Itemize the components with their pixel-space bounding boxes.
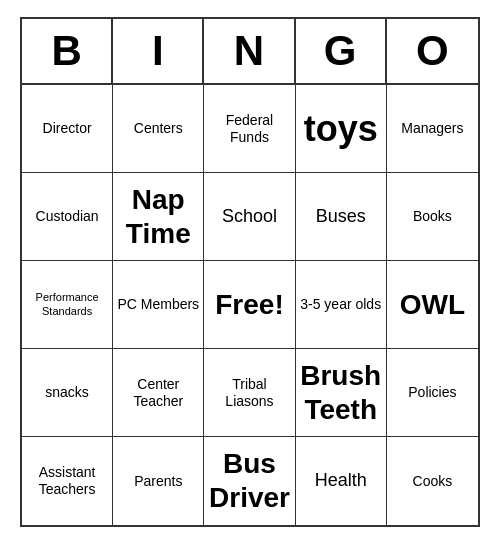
bingo-cell: Health	[296, 437, 387, 525]
cell-text: Buses	[316, 206, 366, 228]
bingo-cell: Free!	[204, 261, 295, 349]
bingo-cell: Performance Standards	[22, 261, 113, 349]
bingo-cell: Brush Teeth	[296, 349, 387, 437]
bingo-header: BINGO	[22, 19, 478, 85]
cell-text: Free!	[215, 288, 283, 322]
cell-text: Bus Driver	[208, 447, 290, 514]
bingo-cell: PC Members	[113, 261, 204, 349]
cell-text: PC Members	[117, 296, 199, 313]
cell-text: Parents	[134, 473, 182, 490]
bingo-cell: OWL	[387, 261, 478, 349]
bingo-cell: Parents	[113, 437, 204, 525]
cell-text: snacks	[45, 384, 89, 401]
bingo-cell: Cooks	[387, 437, 478, 525]
cell-text: Assistant Teachers	[26, 464, 108, 498]
header-letter: N	[204, 19, 295, 83]
cell-text: Tribal Liasons	[208, 376, 290, 410]
cell-text: Cooks	[413, 473, 453, 490]
cell-text: Brush Teeth	[300, 359, 382, 426]
cell-text: Books	[413, 208, 452, 225]
cell-text: toys	[304, 107, 378, 150]
bingo-card: BINGO DirectorCentersFederal FundstoysMa…	[20, 17, 480, 527]
bingo-cell: Policies	[387, 349, 478, 437]
bingo-grid: DirectorCentersFederal FundstoysManagers…	[22, 85, 478, 525]
bingo-cell: Custodian	[22, 173, 113, 261]
bingo-cell: 3-5 year olds	[296, 261, 387, 349]
cell-text: Federal Funds	[208, 112, 290, 146]
bingo-cell: Assistant Teachers	[22, 437, 113, 525]
cell-text: Policies	[408, 384, 456, 401]
bingo-cell: Books	[387, 173, 478, 261]
bingo-cell: School	[204, 173, 295, 261]
cell-text: Custodian	[36, 208, 99, 225]
cell-text: 3-5 year olds	[300, 296, 381, 313]
bingo-cell: Federal Funds	[204, 85, 295, 173]
header-letter: G	[296, 19, 387, 83]
cell-text: Nap Time	[117, 183, 199, 250]
cell-text: Director	[43, 120, 92, 137]
cell-text: Centers	[134, 120, 183, 137]
bingo-cell: Centers	[113, 85, 204, 173]
cell-text: School	[222, 206, 277, 228]
header-letter: O	[387, 19, 478, 83]
cell-text: OWL	[400, 288, 465, 322]
cell-text: Center Teacher	[117, 376, 199, 410]
cell-text: Managers	[401, 120, 463, 137]
header-letter: B	[22, 19, 113, 83]
cell-text: Health	[315, 470, 367, 492]
bingo-cell: Tribal Liasons	[204, 349, 295, 437]
bingo-cell: Buses	[296, 173, 387, 261]
bingo-cell: Director	[22, 85, 113, 173]
bingo-cell: Center Teacher	[113, 349, 204, 437]
bingo-cell: toys	[296, 85, 387, 173]
bingo-cell: Bus Driver	[204, 437, 295, 525]
bingo-cell: snacks	[22, 349, 113, 437]
header-letter: I	[113, 19, 204, 83]
cell-text: Performance Standards	[26, 291, 108, 317]
bingo-cell: Nap Time	[113, 173, 204, 261]
bingo-cell: Managers	[387, 85, 478, 173]
